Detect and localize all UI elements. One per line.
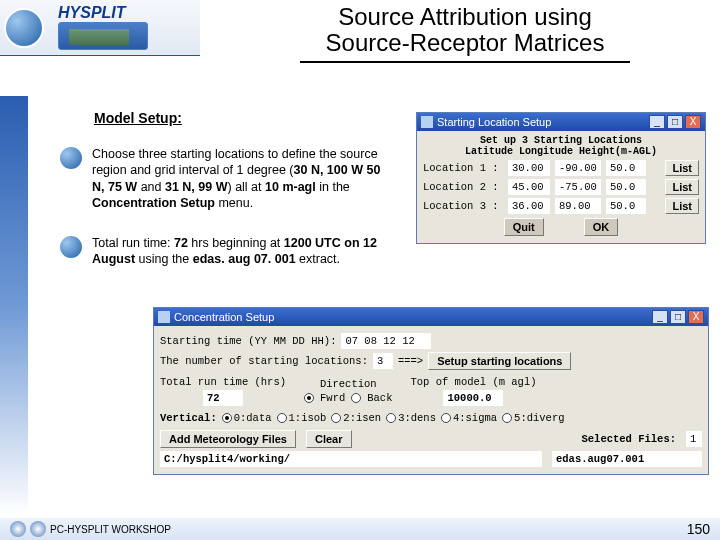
start-time-label: Starting time (YY MM DD HH):	[160, 335, 336, 347]
close-button[interactable]: X	[685, 115, 701, 129]
quit-button[interactable]: Quit	[504, 218, 544, 236]
logo-area: HYSPLIT	[0, 0, 200, 56]
back-radio[interactable]	[351, 393, 361, 403]
fwd-label: Fwrd	[320, 392, 345, 404]
minimize-button[interactable]: _	[649, 115, 665, 129]
subheading: Model Setup:	[94, 110, 182, 126]
column-headers: Latitude Longitude Height(m-AGL)	[423, 146, 699, 157]
location-label: Location 2 :	[423, 181, 503, 193]
vertical-radio[interactable]	[502, 413, 512, 423]
vertical-option-label: 2:isen	[343, 412, 381, 424]
page-title: Source Attribution using Source-Receptor…	[220, 4, 710, 63]
window-titlebar: Concentration Setup _ □ X	[154, 308, 708, 326]
clear-button[interactable]: Clear	[306, 430, 352, 448]
window-title: Concentration Setup	[174, 311, 274, 323]
vertical-radio[interactable]	[222, 413, 232, 423]
lon-field[interactable]: -75.00	[555, 179, 601, 195]
list-button[interactable]: List	[665, 179, 699, 195]
window-icon	[158, 311, 170, 323]
window-body: Set up 3 Starting Locations Latitude Lon…	[417, 131, 705, 243]
height-field[interactable]: 50.0	[606, 179, 646, 195]
starting-location-window: Starting Location Setup _ □ X Set up 3 S…	[416, 112, 706, 244]
fwd-radio[interactable]	[304, 393, 314, 403]
seal-icon	[30, 521, 46, 537]
window-titlebar: Starting Location Setup _ □ X	[417, 113, 705, 131]
slide-header: HYSPLIT Source Attribution using Source-…	[0, 0, 720, 72]
lat-field[interactable]: 36.00	[508, 198, 550, 214]
selected-files-label: Selected Files:	[581, 433, 676, 445]
direction-label: Direction	[320, 378, 377, 390]
lon-field[interactable]: -90.00	[555, 160, 601, 176]
bullet-item: Total run time: 72 hrs beginning at 1200…	[60, 235, 390, 268]
height-field[interactable]: 50.0	[606, 160, 646, 176]
ok-button[interactable]: OK	[584, 218, 619, 236]
bullet-list: Choose three starting locations to defin…	[60, 146, 390, 292]
setup-locations-button[interactable]: Setup starting locations	[428, 352, 571, 370]
bullet-text-1: Choose three starting locations to defin…	[92, 146, 390, 211]
height-field[interactable]: 50.0	[606, 198, 646, 214]
numloc-label: The number of starting locations:	[160, 355, 368, 367]
window-title: Starting Location Setup	[437, 116, 551, 128]
add-meteorology-button[interactable]: Add Meteorology Files	[160, 430, 296, 448]
numloc-field[interactable]: 3	[373, 353, 393, 369]
arrow-icon: ===>	[398, 355, 423, 367]
vertical-label: Vertical:	[160, 412, 217, 424]
extract-file-field[interactable]: edas.aug07.001	[552, 451, 702, 467]
vertical-radio[interactable]	[386, 413, 396, 423]
lon-field[interactable]: 89.00	[555, 198, 601, 214]
minimize-button[interactable]: _	[652, 310, 668, 324]
dialog-heading: Set up 3 Starting Locations	[423, 135, 699, 146]
bullet-text-2: Total run time: 72 hrs beginning at 1200…	[92, 235, 390, 268]
title-underline	[300, 61, 630, 63]
lat-field[interactable]: 45.00	[508, 179, 550, 195]
vertical-radio[interactable]	[441, 413, 451, 423]
logo-text: HYSPLIT	[58, 4, 126, 22]
close-button[interactable]: X	[688, 310, 704, 324]
maximize-button[interactable]: □	[667, 115, 683, 129]
selected-files-field[interactable]: 1	[686, 431, 702, 447]
vertical-option-label: 3:dens	[398, 412, 436, 424]
location-label: Location 1 :	[423, 162, 503, 174]
page-number: 150	[687, 521, 710, 537]
concentration-setup-window: Concentration Setup _ □ X Starting time …	[153, 307, 709, 475]
runtime-field[interactable]: 72	[203, 390, 243, 406]
vertical-option-label: 1:isob	[289, 412, 327, 424]
working-path-field[interactable]: C:/hysplit4/working/	[160, 451, 542, 467]
vertical-option-label: 4:sigma	[453, 412, 497, 424]
footer: PC-HYSPLIT WORKSHOP 150	[0, 518, 720, 540]
title-line-1: Source Attribution using	[220, 4, 710, 30]
decorative-left-strip	[0, 96, 28, 516]
vertical-option-label: 5:diverg	[514, 412, 564, 424]
list-button[interactable]: List	[665, 160, 699, 176]
window-icon	[421, 116, 433, 128]
seal-icon	[10, 521, 26, 537]
location-label: Location 3 :	[423, 200, 503, 212]
top-label: Top of model (m agl)	[410, 376, 536, 388]
bullet-icon	[60, 147, 82, 169]
globe-map-icon	[58, 22, 148, 50]
maximize-button[interactable]: □	[670, 310, 686, 324]
noaa-logo-icon	[4, 8, 44, 48]
back-label: Back	[367, 392, 392, 404]
list-button[interactable]: List	[665, 198, 699, 214]
runtime-label: Total run time (hrs)	[160, 376, 286, 388]
top-field[interactable]: 10000.0	[443, 390, 503, 406]
bullet-icon	[60, 236, 82, 258]
window-body: Starting time (YY MM DD HH): 07 08 12 12…	[154, 326, 708, 474]
lat-field[interactable]: 30.00	[508, 160, 550, 176]
vertical-radio[interactable]	[331, 413, 341, 423]
start-time-field[interactable]: 07 08 12 12	[341, 333, 431, 349]
footer-text: PC-HYSPLIT WORKSHOP	[50, 524, 171, 535]
vertical-option-label: 0:data	[234, 412, 272, 424]
title-line-2: Source-Receptor Matrices	[220, 30, 710, 56]
bullet-item: Choose three starting locations to defin…	[60, 146, 390, 211]
vertical-radio[interactable]	[277, 413, 287, 423]
